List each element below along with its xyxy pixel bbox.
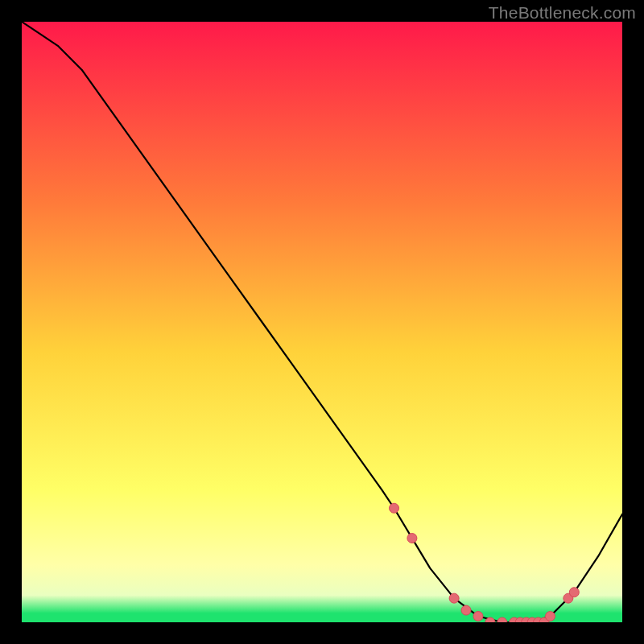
highlight-marker	[407, 534, 417, 543]
highlight-marker	[545, 612, 555, 621]
highlight-marker	[569, 588, 579, 597]
highlight-marker	[390, 503, 399, 513]
chart-svg	[22, 22, 622, 622]
watermark-text: TheBottleneck.com	[489, 3, 636, 23]
highlight-marker	[449, 593, 459, 603]
highlight-marker	[473, 612, 483, 621]
highlight-marker	[461, 605, 471, 615]
chart-frame: TheBottleneck.com	[0, 0, 644, 644]
plot-area	[22, 22, 622, 622]
